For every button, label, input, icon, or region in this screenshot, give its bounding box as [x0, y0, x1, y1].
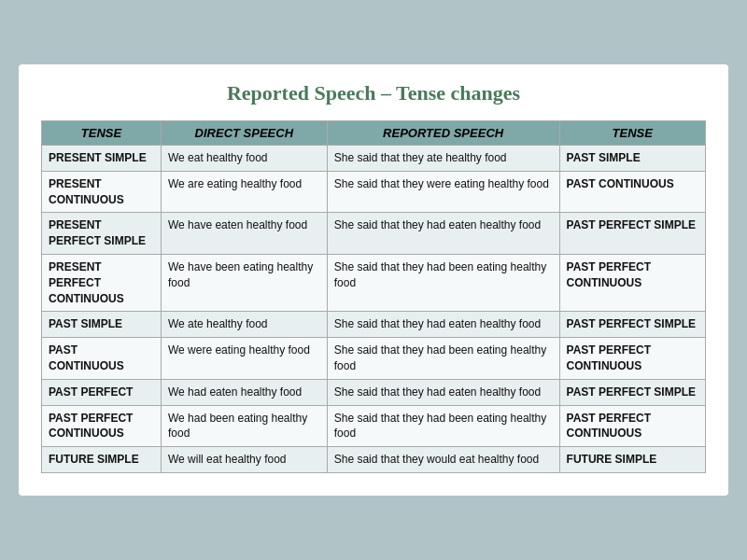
cell-tense-left: PRESENT SIMPLE: [42, 146, 162, 172]
cell-reported-speech: She said that they would eat healthy foo…: [327, 447, 559, 473]
cell-tense-left: PRESENT CONTINUOUS: [42, 171, 162, 213]
cell-tense-left: PAST SIMPLE: [42, 312, 162, 338]
cell-direct-speech: We eat healthy food: [161, 146, 327, 172]
table-row: PAST SIMPLEWe ate healthy foodShe said t…: [42, 312, 706, 338]
cell-tense-left: PAST PERFECT CONTINUOUS: [42, 405, 162, 447]
cell-tense-right: FUTURE SIMPLE: [559, 447, 705, 473]
cell-direct-speech: We have been eating healthy food: [161, 255, 327, 312]
header-tense-right: TENSE: [559, 121, 705, 146]
table-row: PRESENT PERFECT SIMPLEWe have eaten heal…: [42, 213, 706, 255]
header-direct-speech: DIRECT SPEECH: [161, 121, 327, 146]
cell-tense-left: PAST CONTINUOUS: [42, 338, 162, 380]
tense-table: TENSE DIRECT SPEECH REPORTED SPEECH TENS…: [41, 120, 706, 473]
cell-direct-speech: We had been eating healthy food: [161, 405, 327, 447]
cell-direct-speech: We have eaten healthy food: [161, 213, 327, 255]
cell-reported-speech: She said that they had been eating healt…: [327, 255, 559, 312]
cell-direct-speech: We will eat healthy food: [161, 447, 327, 473]
table-row: FUTURE SIMPLEWe will eat healthy foodShe…: [42, 447, 706, 473]
cell-tense-right: PAST PERFECT CONTINUOUS: [559, 338, 705, 380]
cell-tense-right: PAST CONTINUOUS: [559, 171, 705, 213]
cell-tense-right: PAST PERFECT SIMPLE: [559, 213, 705, 255]
table-row: PAST CONTINUOUSWe were eating healthy fo…: [42, 338, 706, 380]
cell-tense-right: PAST PERFECT SIMPLE: [559, 379, 705, 405]
cell-tense-right: PAST SIMPLE: [559, 146, 705, 172]
header-reported-speech: REPORTED SPEECH: [327, 121, 559, 146]
header-tense-left: TENSE: [42, 121, 162, 146]
cell-reported-speech: She said that they had eaten healthy foo…: [327, 312, 559, 338]
cell-direct-speech: We ate healthy food: [161, 312, 327, 338]
table-row: PAST PERFECT CONTINUOUSWe had been eatin…: [42, 405, 706, 447]
cell-reported-speech: She said that they were eating healthy f…: [327, 171, 559, 213]
cell-direct-speech: We were eating healthy food: [161, 338, 327, 380]
cell-tense-left: FUTURE SIMPLE: [42, 447, 162, 473]
cell-tense-right: PAST PERFECT CONTINUOUS: [559, 405, 705, 447]
cell-tense-left: PRESENT PERFECT SIMPLE: [42, 213, 162, 255]
cell-direct-speech: We are eating healthy food: [161, 171, 327, 213]
cell-tense-right: PAST PERFECT CONTINUOUS: [559, 255, 705, 312]
table-row: PAST PERFECTWe had eaten healthy foodShe…: [42, 379, 706, 405]
cell-tense-right: PAST PERFECT SIMPLE: [559, 312, 705, 338]
cell-reported-speech: She said that they ate healthy food: [327, 146, 559, 172]
page-title: Reported Speech – Tense changes: [41, 81, 706, 105]
cell-reported-speech: She said that they had eaten healthy foo…: [327, 379, 559, 405]
cell-tense-left: PAST PERFECT: [42, 379, 162, 405]
table-row: PRESENT SIMPLEWe eat healthy foodShe sai…: [42, 146, 706, 172]
cell-reported-speech: She said that they had eaten healthy foo…: [327, 213, 559, 255]
table-row: PRESENT CONTINUOUSWe are eating healthy …: [42, 171, 706, 213]
table-row: PRESENT PERFECT CONTINUOUSWe have been e…: [42, 255, 706, 312]
cell-reported-speech: She said that they had been eating healt…: [327, 405, 559, 447]
cell-direct-speech: We had eaten healthy food: [161, 379, 327, 405]
main-card: Reported Speech – Tense changes TENSE DI…: [19, 64, 728, 496]
cell-tense-left: PRESENT PERFECT CONTINUOUS: [42, 255, 162, 312]
cell-reported-speech: She said that they had been eating healt…: [327, 338, 559, 380]
